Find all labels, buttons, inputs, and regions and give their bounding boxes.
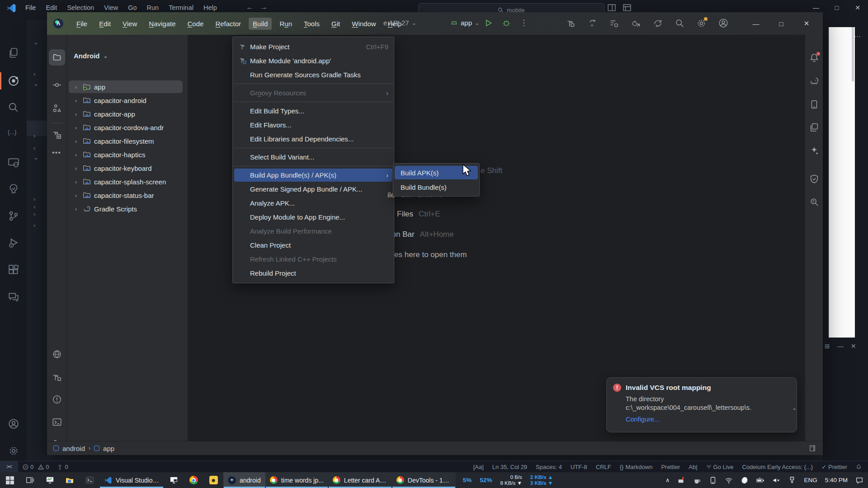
menu-file[interactable]: File bbox=[72, 18, 91, 30]
errors-indicator[interactable]: 0 bbox=[23, 464, 33, 470]
taskbar-chrome-letter-card[interactable]: Letter card Ap... bbox=[328, 472, 392, 488]
tree-row-capacitor-status-bar[interactable]: › capacitor-status-bar bbox=[67, 188, 188, 202]
menu-code[interactable]: Code bbox=[184, 18, 208, 30]
tree-row-capacitor-filesystem[interactable]: › capacitor-filesystem bbox=[67, 134, 188, 148]
clock[interactable]: 5:40 PM bbox=[825, 477, 848, 483]
chrome-icon[interactable] bbox=[184, 472, 203, 488]
codeium-status[interactable]: Codeium Early Access: {...} bbox=[742, 464, 813, 470]
breadcrumb-android[interactable]: android bbox=[62, 445, 85, 452]
expand-icon[interactable]: › bbox=[75, 84, 80, 90]
memory-usage[interactable]: 52% bbox=[480, 477, 492, 483]
menu-item-make-module[interactable]: Make Module 'android.app' bbox=[233, 54, 394, 68]
tree-row-gradle-scripts[interactable]: › Gradle Scripts bbox=[67, 202, 188, 216]
more-actions-icon[interactable]: ⋮ bbox=[520, 18, 528, 28]
taskbar-chrome-devtools[interactable]: DevTools - 19... bbox=[392, 472, 456, 488]
sync-icon[interactable]: A bbox=[588, 19, 597, 28]
braces-extension-icon[interactable]: {...} bbox=[8, 129, 17, 141]
run-configuration-selector[interactable]: app ⌄ bbox=[450, 19, 479, 27]
tree-row-capacitor-splash-screen[interactable]: › capacitor-splash-screen bbox=[67, 175, 188, 188]
tree-row-capacitor-app[interactable]: › capacitor-app bbox=[67, 107, 188, 121]
vscode-menu-file[interactable]: File bbox=[25, 4, 36, 11]
chat-app-icon[interactable]: ☻ bbox=[203, 472, 223, 488]
warnings-indicator[interactable]: 0 bbox=[38, 464, 49, 470]
breadcrumb-app[interactable]: app bbox=[103, 445, 114, 452]
display-capture-icon[interactable] bbox=[164, 472, 184, 488]
menu-run[interactable]: Run bbox=[275, 18, 296, 30]
ports-indicator[interactable]: 0 bbox=[57, 464, 68, 470]
indentation[interactable]: Spaces: 4 bbox=[536, 464, 562, 470]
run-debug-icon[interactable] bbox=[8, 237, 19, 249]
vscode-menu-help[interactable]: Help bbox=[203, 4, 217, 11]
tree-row-app[interactable]: › app bbox=[67, 80, 188, 94]
expand-icon[interactable]: › bbox=[75, 206, 80, 212]
start-button[interactable] bbox=[0, 472, 20, 488]
expand-notification-icon[interactable]: ⌄ bbox=[792, 404, 797, 413]
vcs-notification[interactable]: ! Invalid VCS root mapping The directory… bbox=[606, 377, 797, 432]
terminal-button[interactable] bbox=[52, 417, 62, 427]
battery-tray-icon[interactable] bbox=[756, 476, 764, 484]
menu-item-clean-project[interactable]: Clean Project bbox=[233, 238, 394, 252]
tray-expand-icon[interactable]: ∧ bbox=[665, 477, 670, 483]
device-manager-button[interactable] bbox=[809, 99, 819, 109]
fold-icon[interactable]: › bbox=[33, 145, 35, 151]
layout-icon[interactable] bbox=[623, 4, 631, 12]
menu-item-rebuild-project[interactable]: Rebuild Project bbox=[233, 266, 394, 280]
tree-row-capacitor-cordova-android[interactable]: › capacitor-cordova-andr bbox=[67, 121, 188, 134]
search-everywhere-icon[interactable] bbox=[675, 19, 684, 28]
menu-item-edit-flavors[interactable]: Edit Flavors... bbox=[233, 118, 394, 132]
more-toolwindows-button[interactable]: ••• bbox=[52, 149, 61, 159]
debug-button[interactable] bbox=[502, 19, 511, 28]
vscode-menu-view[interactable]: View bbox=[104, 4, 118, 11]
expand-icon[interactable]: › bbox=[75, 124, 80, 131]
fold-icon[interactable]: › bbox=[33, 70, 35, 77]
remote-explorer-icon[interactable] bbox=[8, 157, 19, 169]
comments-icon[interactable] bbox=[8, 291, 19, 303]
fold-icon[interactable]: › bbox=[33, 203, 35, 210]
cursor-position[interactable]: Ln 35, Col 29 bbox=[492, 464, 527, 470]
gemini-assistant-button[interactable] bbox=[809, 145, 819, 155]
vscode-maximize-button[interactable]: □ bbox=[826, 0, 847, 15]
taskbar-android-studio[interactable]: android bbox=[223, 472, 265, 488]
forward-icon[interactable]: → bbox=[260, 3, 268, 12]
menu-item-generate-signed-bundle[interactable]: Generate Signed App Bundle / APK... bbox=[233, 182, 394, 196]
tree-row-capacitor-android[interactable]: › capacitor-android bbox=[67, 94, 188, 107]
menu-build[interactable]: Build bbox=[249, 18, 272, 30]
expand-icon[interactable]: › bbox=[75, 138, 80, 145]
taskbar-vscode[interactable]: Visual Studio ... bbox=[99, 472, 164, 488]
menu-window[interactable]: Window bbox=[348, 18, 380, 30]
menu-item-build-app-bundles-apks[interactable]: Build App Bundle(s) / APK(s) › bbox=[233, 168, 394, 182]
gradle-sync-icon[interactable] bbox=[653, 19, 663, 28]
attach-debugger-icon[interactable] bbox=[631, 19, 641, 28]
studio-maximize-button[interactable]: □ bbox=[769, 20, 794, 28]
device-explorer-button[interactable] bbox=[52, 349, 62, 359]
menu-item-run-generate-sources[interactable]: Run Generate Sources Gradle Tasks bbox=[233, 68, 394, 82]
studio-minimize-button[interactable]: — bbox=[743, 20, 769, 28]
find-toolwindow-button[interactable] bbox=[809, 197, 819, 207]
ide-settings-icon[interactable] bbox=[697, 19, 706, 28]
menu-item-select-build-variant[interactable]: Select Build Variant... bbox=[233, 150, 394, 164]
bookmark-icon[interactable] bbox=[808, 444, 816, 452]
java-cup-tray-icon[interactable] bbox=[693, 476, 701, 484]
expand-icon[interactable]: › bbox=[75, 178, 80, 185]
menu-git[interactable]: Git bbox=[327, 18, 344, 30]
fold-icon[interactable]: › bbox=[33, 222, 35, 229]
panel-grid-icon[interactable]: ⊞ bbox=[825, 343, 830, 350]
expand-icon[interactable]: › bbox=[75, 111, 80, 117]
file-explorer-icon[interactable] bbox=[60, 472, 80, 488]
taskbar-chrome-time-words[interactable]: time words jp... bbox=[265, 472, 328, 488]
ionic-icon[interactable] bbox=[8, 75, 19, 87]
formatter-prettier[interactable]: Prettier bbox=[661, 464, 680, 470]
menu-item-analyze-apk[interactable]: Analyze APK... bbox=[233, 196, 394, 210]
autohotkey-tray-icon[interactable] bbox=[677, 476, 685, 484]
menu-tools[interactable]: Tools bbox=[300, 18, 324, 30]
project-toolwindow-button[interactable] bbox=[49, 49, 65, 66]
menu-item-deploy-app-engine[interactable]: Deploy Module to App Engine... bbox=[233, 210, 394, 224]
search-sidebar-icon[interactable] bbox=[8, 102, 19, 113]
notifications-bell[interactable] bbox=[856, 464, 862, 470]
panel-close-icon[interactable]: ✕ bbox=[851, 343, 856, 350]
run-button[interactable] bbox=[484, 19, 493, 28]
settings-gear-icon[interactable] bbox=[8, 445, 19, 457]
vscode-close-button[interactable]: ✕ bbox=[847, 0, 868, 15]
build-variants-button[interactable] bbox=[52, 372, 62, 382]
network-speed[interactable]: 2 KB/s ▲ 3 KB/s ▼ bbox=[530, 474, 553, 486]
